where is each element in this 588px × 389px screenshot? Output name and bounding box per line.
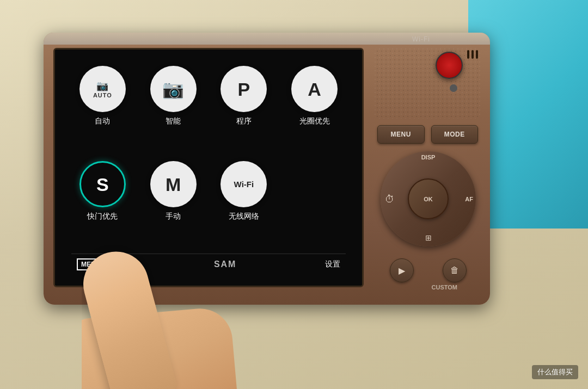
mode-label-aperture: 光圈优先 [299, 116, 330, 126]
mode-grid: 📷 AUTO 自动 📷 智能 [71, 66, 346, 245]
dpad-disp-label[interactable]: DISP [421, 154, 436, 160]
delete-button[interactable]: 🗑 [443, 258, 467, 282]
mode-letter-a: A [308, 80, 321, 98]
mode-circle-manual[interactable]: M [150, 161, 197, 207]
screen-content: 📷 AUTO 自动 📷 智能 [55, 50, 362, 286]
mode-letter-m: M [166, 175, 181, 194]
smart-camera-icon: 📷 [162, 79, 184, 100]
mode-letter-p: P [238, 80, 250, 98]
dpad-container: DISP AF ⏱ ⊞ OK [375, 151, 481, 257]
watermark: 什么值得买 [532, 365, 578, 379]
mode-circle-aperture[interactable]: A [291, 66, 338, 112]
mode-label-smart: 智能 [166, 116, 181, 126]
auto-icon: 📷 AUTO [93, 80, 112, 98]
menu-button[interactable]: MENU [377, 125, 425, 144]
wifi-indicator: Wi-Fi [412, 35, 430, 43]
mode-label-manual: 手动 [166, 212, 181, 221]
mode-label-auto: 自动 [95, 116, 110, 126]
mode-item-auto[interactable]: 📷 AUTO 自动 [71, 66, 134, 150]
mode-circle-smart[interactable]: 📷 [150, 66, 197, 112]
mode-circle-shutter[interactable]: S [79, 161, 126, 207]
delete-icon: 🗑 [450, 265, 459, 275]
camera-shape-icon: 📷 [96, 80, 108, 92]
mode-item-aperture[interactable]: A 光圈优先 [283, 66, 346, 150]
mode-item-empty [283, 161, 346, 245]
mode-item-manual[interactable]: M 手动 [142, 161, 205, 245]
mode-item-smart[interactable]: 📷 智能 [142, 66, 205, 150]
leather-grip [374, 48, 480, 119]
brand-logo: SAM [214, 260, 237, 269]
lcd-screen: 📷 AUTO 自动 📷 智能 [53, 48, 364, 287]
menu-badge: MENU [77, 258, 105, 270]
dpad-ok-button[interactable]: OK [408, 178, 449, 219]
custom-label: CUSTOM [432, 284, 457, 291]
bottom-buttons-row: ▶ 🗑 [375, 258, 481, 282]
mode-item-wifi[interactable]: Wi-Fi 无线网络 [213, 161, 275, 245]
ok-label: OK [424, 196, 433, 202]
dpad-af-label[interactable]: AF [465, 196, 473, 202]
mode-label-shutter: 快门优先 [87, 212, 118, 221]
settings-label: 设置 [325, 260, 340, 269]
mode-circle-wifi[interactable]: Wi-Fi [220, 161, 267, 207]
top-buttons-row: MENU MODE [377, 125, 478, 144]
mode-circle-program[interactable]: P [220, 66, 267, 112]
mode-item-shutter[interactable]: S 快门优先 [71, 161, 134, 245]
menu-back-control[interactable]: MENU 返回 [77, 258, 125, 270]
playback-icon: ▶ [399, 265, 405, 276]
mode-label-program: 程序 [236, 116, 252, 126]
camera-body: Wi-Fi 📷 AUTO [44, 33, 490, 326]
dpad-bottom-icon[interactable]: ⊞ [425, 233, 432, 242]
back-label: 返回 [109, 260, 125, 270]
wifi-mode-text: Wi-Fi [234, 180, 254, 189]
mode-circle-auto[interactable]: 📷 AUTO [79, 66, 126, 112]
auto-text: AUTO [93, 92, 112, 98]
mode-button[interactable]: MODE [431, 125, 479, 144]
dpad-timer-icon[interactable]: ⏱ [385, 193, 395, 205]
mode-letter-s: S [96, 175, 109, 194]
dpad-ring[interactable]: DISP AF ⏱ ⊞ OK [381, 151, 476, 246]
mode-label-wifi: 无线网络 [229, 212, 259, 221]
status-indicator [450, 84, 457, 92]
watermark-text: 什么值得买 [537, 367, 573, 377]
shutter-button[interactable] [436, 52, 463, 79]
playback-button[interactable]: ▶ [390, 258, 414, 282]
screen-bottom-bar: MENU 返回 SAM 设置 [71, 254, 346, 275]
mode-item-program[interactable]: P 程序 [213, 66, 275, 150]
